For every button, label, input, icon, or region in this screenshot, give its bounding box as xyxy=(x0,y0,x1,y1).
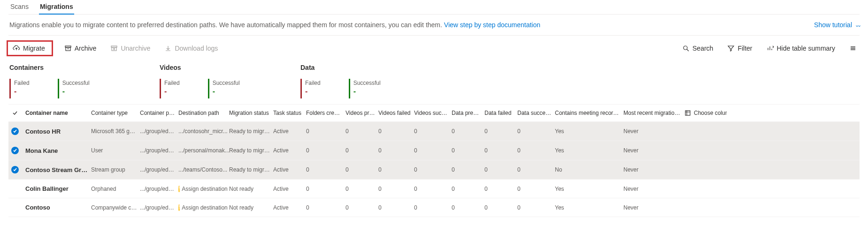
summary-data-title: Data xyxy=(300,64,441,71)
cell-container-type: Microsoft 365 group xyxy=(91,128,140,135)
cell-folders-created: 0 xyxy=(306,166,346,173)
hide-summary-label: Hide table summary xyxy=(777,45,836,52)
table-row[interactable]: ContosoCompanywide channel.../group/ed53… xyxy=(8,198,860,217)
svg-rect-5 xyxy=(685,111,690,115)
summary: Containers Failed - Successful - Videos … xyxy=(8,61,860,104)
cell-destination-path: .../teams/Contoso... xyxy=(178,166,229,173)
unarchive-icon xyxy=(110,45,118,52)
tab-scans[interactable]: Scans xyxy=(9,0,30,14)
warning-icon: ! xyxy=(178,186,180,192)
table-row[interactable]: Contoso Stream GroupStream group.../grou… xyxy=(8,160,860,180)
cell-migration-status: Ready to migrate xyxy=(229,147,273,154)
th-data-succ[interactable]: Data successful xyxy=(517,110,555,116)
summary-toggle-icon xyxy=(767,45,774,52)
show-tutorial-button[interactable]: Show tutorial ⌄⌄ xyxy=(814,21,860,29)
stat-label: Successful xyxy=(62,80,90,86)
cell-destination-path[interactable]: !Assign destination xyxy=(178,204,229,211)
th-most-recent[interactable]: Most recent migration ↓ xyxy=(623,110,684,116)
th-task-status[interactable]: Task status xyxy=(273,110,306,116)
toolbar: Migrate Archive Unarchive xyxy=(8,36,860,61)
table-row[interactable]: Mona KaneUser.../group/ed53....../person… xyxy=(8,141,860,160)
docs-link[interactable]: View step by step documentation xyxy=(444,21,540,29)
cell-folders-created: 0 xyxy=(306,204,346,211)
download-logs-label: Download logs xyxy=(175,45,218,52)
cell-destination-path: .../personal/monak... xyxy=(178,147,229,154)
cloud-upload-icon xyxy=(13,45,20,52)
summary-containers-title: Containers xyxy=(9,64,160,71)
sort-down-icon: ↓ xyxy=(681,111,684,116)
summary-data: Data Failed - Successful - xyxy=(300,64,441,96)
cell-task-status: Active xyxy=(273,147,306,154)
choose-columns-button[interactable]: Choose columns xyxy=(684,110,727,116)
th-destination-path[interactable]: Destination path xyxy=(178,110,229,116)
cell-task-status: Active xyxy=(273,204,306,211)
table-row[interactable]: Colin BallingerOrphaned.../group/ed53...… xyxy=(8,180,860,198)
th-contains-meeting[interactable]: Contains meeting recording xyxy=(555,110,623,116)
th-videos-failed[interactable]: Videos failed xyxy=(378,110,414,116)
download-logs-button[interactable]: Download logs xyxy=(161,43,221,54)
cell-data-prev: 0 xyxy=(452,186,484,192)
th-migration-status[interactable]: Migration status xyxy=(229,110,273,116)
cell-migration-status: Not ready xyxy=(229,186,273,192)
filter-button[interactable]: Filter xyxy=(724,43,755,54)
choose-columns-label: Choose columns xyxy=(694,110,727,116)
cell-container-path: .../group/ed53... xyxy=(140,147,178,154)
hide-summary-button[interactable]: Hide table summary xyxy=(764,43,838,54)
archive-button[interactable]: Archive xyxy=(61,43,100,54)
cell-container-type: User xyxy=(91,147,140,154)
chevron-double-down-icon: ⌄⌄ xyxy=(855,22,860,28)
row-select[interactable] xyxy=(8,166,25,173)
table-row[interactable]: Contoso HRMicrosoft 365 group.../group/e… xyxy=(8,122,860,141)
th-container-name[interactable]: Container name xyxy=(25,110,91,116)
cell-most-recent: Never xyxy=(623,186,684,192)
th-container-path[interactable]: Container path xyxy=(140,110,178,116)
more-menu-button[interactable] xyxy=(846,43,860,54)
cell-container-type: Stream group xyxy=(91,166,140,173)
cell-data-succ: 0 xyxy=(517,147,555,154)
archive-label: Archive xyxy=(75,45,97,52)
select-all-checkbox[interactable] xyxy=(11,109,19,117)
cell-data-prev: 0 xyxy=(452,147,484,154)
th-data-prev[interactable]: Data previo... xyxy=(452,110,484,116)
migrations-table: Container name Container type Container … xyxy=(8,104,860,217)
destination-text: .../contosohr_micr... xyxy=(178,128,228,135)
th-container-type[interactable]: Container type xyxy=(91,110,140,116)
destination-text: Assign destination xyxy=(182,186,227,192)
cell-migration-status: Not ready xyxy=(229,204,273,211)
th-folders-created[interactable]: Folders created xyxy=(306,110,346,116)
migrate-label: Migrate xyxy=(23,45,45,52)
checked-icon xyxy=(11,128,19,135)
cell-container-path: .../group/ed53... xyxy=(140,186,178,192)
stat-label: Failed xyxy=(164,80,180,86)
cell-videos-prev: 0 xyxy=(346,186,378,192)
cell-contains-meeting: Yes xyxy=(555,128,623,135)
cell-videos-failed: 0 xyxy=(378,186,414,192)
stat-value: - xyxy=(305,87,321,96)
cell-data-succ: 0 xyxy=(517,204,555,211)
cell-videos-succ: 0 xyxy=(414,147,452,154)
intro-row: Migrations enable you to migrate content… xyxy=(8,15,860,36)
toolbar-right: Search Filter Hide table summary xyxy=(679,43,860,54)
row-select[interactable] xyxy=(8,147,25,154)
migrate-button[interactable]: Migrate xyxy=(10,43,48,54)
cell-videos-prev: 0 xyxy=(346,147,378,154)
unarchive-button[interactable]: Unarchive xyxy=(108,43,153,54)
cell-videos-prev: 0 xyxy=(346,204,378,211)
stat-label: Successful xyxy=(213,80,240,86)
th-data-failed[interactable]: Data failed xyxy=(484,110,517,116)
th-most-recent-label: Most recent migration xyxy=(623,110,680,116)
cell-destination-path[interactable]: !Assign destination xyxy=(178,186,229,192)
search-button[interactable]: Search xyxy=(679,43,716,54)
cell-data-succ: 0 xyxy=(517,186,555,192)
th-videos-succ[interactable]: Videos succ... xyxy=(414,110,452,116)
table-header-row: Container name Container type Container … xyxy=(8,105,860,122)
stat-value: - xyxy=(62,87,90,96)
cell-migration-status: Ready to migrate xyxy=(229,128,273,135)
filter-icon xyxy=(727,45,735,52)
row-select[interactable] xyxy=(8,128,25,135)
tab-migrations[interactable]: Migrations xyxy=(39,0,74,14)
cell-contains-meeting: Yes xyxy=(555,186,623,192)
th-videos-prev[interactable]: Videos prev... xyxy=(346,110,378,116)
cell-data-prev: 0 xyxy=(452,166,484,173)
stat-value: - xyxy=(353,87,381,96)
